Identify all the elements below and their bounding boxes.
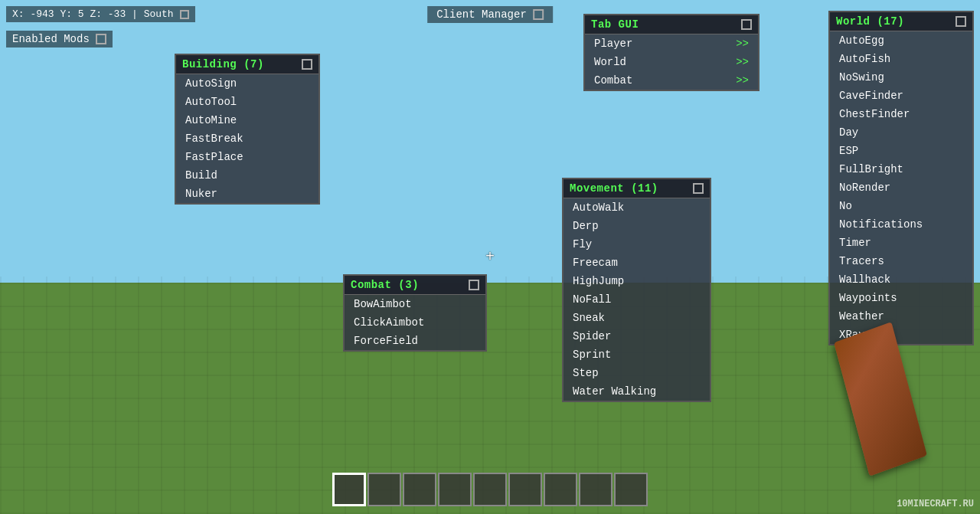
tab-gui-item-combat[interactable]: Combat >> <box>585 71 758 90</box>
watermark: 10MINECRAFT.RU <box>897 499 974 509</box>
coords-text: X: -943 Y: 5 Z: -33 | South <box>12 8 174 20</box>
movement-item-freecam[interactable]: Freecam <box>564 254 710 272</box>
world-item-autoegg[interactable]: AutoEgg <box>830 31 972 50</box>
world-item-wallhack[interactable]: Wallhack <box>830 270 972 289</box>
world-item-cavefinder[interactable]: CaveFinder <box>830 87 972 105</box>
building-item-automine[interactable]: AutoMine <box>176 111 318 129</box>
tab-gui-title: Tab GUI <box>591 18 639 31</box>
movement-panel-header: Movement (11) <box>564 179 710 198</box>
hotbar-slot-3[interactable] <box>403 473 436 506</box>
building-panel-title: Building (7) <box>182 58 264 70</box>
world-item-chestfinder[interactable]: ChestFinder <box>830 105 972 123</box>
tab-gui-item-world[interactable]: World >> <box>585 53 758 71</box>
hud-coords: X: -943 Y: 5 Z: -33 | South <box>6 6 195 22</box>
world-item-norender[interactable]: NoRender <box>830 178 972 197</box>
hotbar <box>332 473 648 506</box>
combat-panel: Combat (3) BowAimbot ClickAimbot ForceFi… <box>343 274 487 352</box>
world-arrow-icon: >> <box>736 56 749 68</box>
tab-gui-checkbox[interactable] <box>741 19 752 30</box>
building-item-autotool[interactable]: AutoTool <box>176 93 318 111</box>
tab-gui-item-player[interactable]: Player >> <box>585 34 758 53</box>
world-item-notifications[interactable]: Notifications <box>830 215 972 234</box>
combat-item-bowaimbot[interactable]: BowAimbot <box>345 295 485 313</box>
combat-item-forcefield[interactable]: ForceField <box>345 332 485 350</box>
hotbar-slot-6[interactable] <box>508 473 542 506</box>
movement-item-waterwalking[interactable]: Water Walking <box>564 382 710 401</box>
combat-panel-title: Combat (3) <box>351 279 419 291</box>
world-item-timer[interactable]: Timer <box>830 234 972 252</box>
building-item-build[interactable]: Build <box>176 166 318 185</box>
movement-item-sneak[interactable]: Sneak <box>564 309 710 327</box>
combat-panel-header: Combat (3) <box>345 276 485 295</box>
movement-panel-checkbox[interactable] <box>693 183 704 194</box>
enabled-mods-label: Enabled Mods <box>12 33 90 45</box>
held-item <box>834 322 927 476</box>
movement-item-autowalk[interactable]: AutoWalk <box>564 198 710 217</box>
player-arrow-icon: >> <box>736 38 749 50</box>
building-item-nuker[interactable]: Nuker <box>176 185 318 203</box>
building-panel-header: Building (7) <box>176 55 318 74</box>
hotbar-slot-9[interactable] <box>614 473 648 506</box>
hud-client-manager: Client Manager <box>427 6 553 23</box>
world-panel-header: World (17) <box>830 12 972 31</box>
hotbar-slot-5[interactable] <box>473 473 507 506</box>
hotbar-slot-2[interactable] <box>368 473 401 506</box>
combat-arrow-icon: >> <box>736 74 749 87</box>
building-panel-checkbox[interactable] <box>302 59 312 70</box>
player-hand <box>812 315 919 468</box>
crosshair: + <box>485 250 495 265</box>
movement-item-sprint[interactable]: Sprint <box>564 345 710 364</box>
building-item-autosign[interactable]: AutoSign <box>176 74 318 93</box>
world-item-waypoints[interactable]: Waypoints <box>830 289 972 307</box>
hotbar-slot-8[interactable] <box>579 473 612 506</box>
movement-item-fly[interactable]: Fly <box>564 235 710 254</box>
hotbar-slot-7[interactable] <box>544 473 577 506</box>
hotbar-slot-1[interactable] <box>332 473 366 506</box>
coords-checkbox[interactable] <box>180 10 189 19</box>
world-panel-checkbox[interactable] <box>956 16 966 27</box>
movement-item-spider[interactable]: Spider <box>564 327 710 345</box>
combat-item-clickaimbot[interactable]: ClickAimbot <box>345 313 485 332</box>
world-item-noswing[interactable]: NoSwing <box>830 68 972 87</box>
client-manager-label: Client Manager <box>436 8 527 21</box>
world-item-no[interactable]: No <box>830 197 972 215</box>
building-panel: Building (7) AutoSign AutoTool AutoMine … <box>175 54 320 205</box>
combat-panel-checkbox[interactable] <box>469 280 479 290</box>
movement-panel: Movement (11) AutoWalk Derp Fly Freecam … <box>562 178 711 402</box>
movement-item-derp[interactable]: Derp <box>564 217 710 235</box>
ui-layer: X: -943 Y: 5 Z: -33 | South Client Manag… <box>0 0 980 514</box>
client-manager-checkbox[interactable] <box>533 9 544 20</box>
world-item-day[interactable]: Day <box>830 123 972 142</box>
hud-enabled-mods: Enabled Mods <box>6 31 113 47</box>
enabled-mods-checkbox[interactable] <box>96 34 106 44</box>
tab-gui-header: Tab GUI <box>585 15 758 34</box>
building-item-fastplace[interactable]: FastPlace <box>176 148 318 166</box>
building-item-fastbreak[interactable]: FastBreak <box>176 129 318 148</box>
movement-panel-title: Movement (11) <box>570 182 658 195</box>
tab-gui-panel: Tab GUI Player >> World >> Combat >> <box>583 14 760 91</box>
movement-item-nofall[interactable]: NoFall <box>564 290 710 309</box>
world-item-fullbright[interactable]: FullBright <box>830 160 972 178</box>
world-item-tracers[interactable]: Tracers <box>830 252 972 270</box>
world-item-esp[interactable]: ESP <box>830 142 972 160</box>
hotbar-slot-4[interactable] <box>438 473 472 506</box>
movement-item-step[interactable]: Step <box>564 364 710 382</box>
world-item-autofish[interactable]: AutoFish <box>830 50 972 68</box>
movement-item-highjump[interactable]: HighJump <box>564 272 710 290</box>
world-panel-title: World (17) <box>836 15 904 28</box>
world-panel: World (17) AutoEgg AutoFish NoSwing Cave… <box>828 11 974 345</box>
